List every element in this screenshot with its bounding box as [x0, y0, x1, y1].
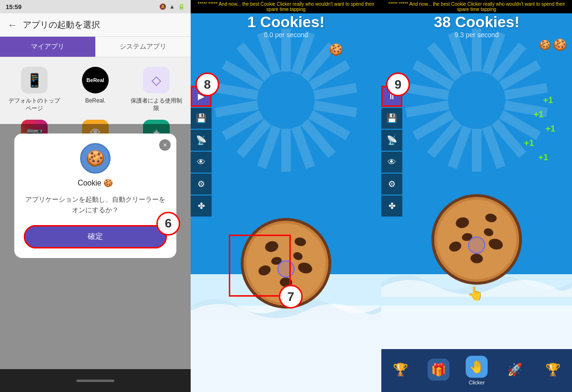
modal-overlay: × 🍪 Cookie 🍪 アプリケーションを起動し、自動クリーラーをオンにするか… [0, 124, 191, 392]
step-badge-7: 7 [279, 285, 303, 309]
modal-description: アプリケーションを起動し、自動クリーラーをオンにするか？ [24, 194, 167, 216]
step-badge-9: 9 [386, 72, 410, 96]
svg-line-32 [505, 88, 547, 95]
tab-my-apps[interactable]: マイアプリ [0, 37, 95, 57]
per-second-middle: 0.0 per second [191, 31, 381, 39]
side-controls-right: 9 ⏸ 💾 📡 👁 ⚙ ✤ [381, 86, 402, 217]
plus-one-5: +1 [538, 153, 548, 163]
rocket-icon: 🚀 [504, 359, 526, 381]
app-label-phone: デフォルトのトップページ [8, 97, 61, 112]
cursor-hand-right: 👆 [467, 286, 484, 301]
plus-one-2: +1 [533, 110, 543, 120]
app-select-title: アプリの起動を選択 [23, 19, 100, 31]
banner-stars-middle: ***** [198, 1, 207, 7]
tab-rocket[interactable]: 🚀 [504, 359, 526, 382]
tab-label-clicker: Clicker [469, 380, 485, 385]
bottom-nav-left [0, 369, 191, 392]
step6-wrapper: 6 確定 [24, 225, 167, 248]
svg-line-4 [314, 88, 357, 95]
cookie-icon-1: 🍪 [539, 39, 551, 51]
save-button-right[interactable]: 💾 [381, 108, 402, 129]
banner-text-middle: ***** And now... the best Cookie Clicker… [208, 1, 374, 12]
cast-button-middle[interactable]: 📡 [191, 130, 212, 151]
cast-button-right[interactable]: 📡 [381, 130, 402, 151]
plus-one-4: +1 [524, 138, 534, 148]
confirm-highlight [24, 225, 167, 248]
side-controls-middle: 8 ▶ 💾 📡 👁 ⚙ ✤ [191, 86, 212, 217]
eye-button-right[interactable]: 👁 [381, 152, 402, 173]
tab-chest[interactable]: 🏆 [389, 359, 411, 382]
chest-icon: 🏆 [389, 359, 411, 381]
game-bottom-tabs: 🏆 🎁 🤚 Clicker 🚀 🏆 [381, 349, 572, 392]
app-icon-bereal: BeReal [82, 67, 109, 93]
target-circle-right [468, 237, 485, 254]
app-select-header: ← アプリの起動を選択 [0, 13, 191, 37]
eye-button-middle[interactable]: 👁 [191, 152, 212, 173]
game-panel-right: ***** ***** And now... the best Cookie C… [381, 0, 572, 392]
wifi-icon: ▲ [169, 3, 175, 10]
svg-line-5 [314, 105, 357, 113]
move-button-right[interactable]: ✤ [381, 196, 402, 217]
plus-one-3: +1 [545, 124, 555, 134]
settings-button-right[interactable]: ⚙ [381, 174, 402, 195]
right-panel: ***** ***** And now... the best Cookie C… [381, 0, 572, 392]
cookie-icon-2: 🍪 [553, 38, 567, 52]
step-badge-6: 6 [156, 212, 180, 236]
per-second-right: 9.3 per second [381, 31, 572, 39]
app-item-phone[interactable]: 📱 デフォルトのトップページ [8, 67, 61, 112]
middle-panel: ***** ***** And now... the best Cookie C… [191, 0, 381, 392]
modal-app-name: Cookie 🍪 [24, 178, 167, 187]
banner-text-right: ***** And now... the best Cookie Clicker… [399, 1, 565, 12]
tab-system-apps[interactable]: システムアプリ [95, 37, 191, 57]
status-icons: 🔕 ▲ 🔋 [159, 3, 185, 10]
modal-app-icon: 🍪 [80, 143, 111, 174]
home-indicator[interactable] [76, 380, 114, 382]
cookies-area-right: 🍪 🍪 [539, 38, 567, 52]
app-label-bereal: BeReal. [85, 97, 106, 105]
floating-cookie-middle: 🍪 [329, 43, 343, 56]
tab-gift[interactable]: 🎁 [428, 359, 449, 382]
top-cookies: 🍪 🍪 [539, 38, 567, 52]
gift-icon: 🎁 [428, 359, 449, 381]
settings-button-middle[interactable]: ⚙ [191, 174, 212, 195]
svg-line-41 [406, 105, 449, 113]
svg-line-42 [406, 88, 449, 95]
status-bar: 15:59 🔕 ▲ 🔋 [0, 0, 191, 13]
app-icon-phone: 📱 [21, 67, 48, 93]
app-item-bereal[interactable]: BeReal BeReal. [69, 67, 122, 112]
app-item-restriction[interactable]: ◇ 保護者による使用制限 [130, 67, 183, 112]
pause-button-wrapper: 9 ⏸ [381, 86, 402, 107]
app-label-restriction: 保護者による使用制限 [130, 97, 183, 112]
play-button-wrapper: 8 ▶ [191, 86, 212, 107]
tab-clicker[interactable]: 🤚 Clicker [466, 356, 488, 385]
trophy-icon: 🏆 [542, 359, 564, 381]
status-time: 15:59 [6, 3, 21, 10]
back-arrow[interactable]: ← [8, 20, 17, 31]
cookie-highlight-7: 7 [229, 235, 291, 297]
step-badge-8: 8 [195, 72, 219, 96]
left-panel: 15:59 🔕 ▲ 🔋 ← アプリの起動を選択 マイアプリ システムアプリ 📱 … [0, 0, 191, 392]
top-banner-right: ***** ***** And now... the best Cookie C… [381, 0, 572, 13]
svg-line-13 [215, 105, 258, 113]
clicker-icon: 🤚 [466, 356, 488, 378]
mute-icon: 🔕 [159, 3, 166, 10]
top-banner-middle: ***** ***** And now... the best Cookie C… [191, 0, 381, 13]
app-icon-diamond: ◇ [143, 67, 170, 93]
count-num-right: 38 Cookies! [381, 13, 572, 31]
tab-trophy[interactable]: 🏆 [542, 359, 564, 382]
banner-stars-right: ***** [388, 1, 398, 7]
modal-box: × 🍪 Cookie 🍪 アプリケーションを起動し、自動クリーラーをオンにするか… [14, 134, 176, 258]
game-panel-middle: ***** ***** And now... the best Cookie C… [191, 0, 381, 392]
save-button-middle[interactable]: 💾 [191, 108, 212, 129]
plus-one-1: +1 [543, 95, 553, 105]
battery-icon: 🔋 [178, 3, 185, 10]
move-button-middle[interactable]: ✤ [191, 196, 212, 217]
count-num-middle: 1 Cookies! [191, 13, 381, 31]
tab-bar: マイアプリ システムアプリ [0, 37, 191, 57]
svg-line-14 [215, 88, 258, 95]
modal-close-button[interactable]: × [159, 139, 171, 151]
sunburst-right [400, 24, 553, 176]
